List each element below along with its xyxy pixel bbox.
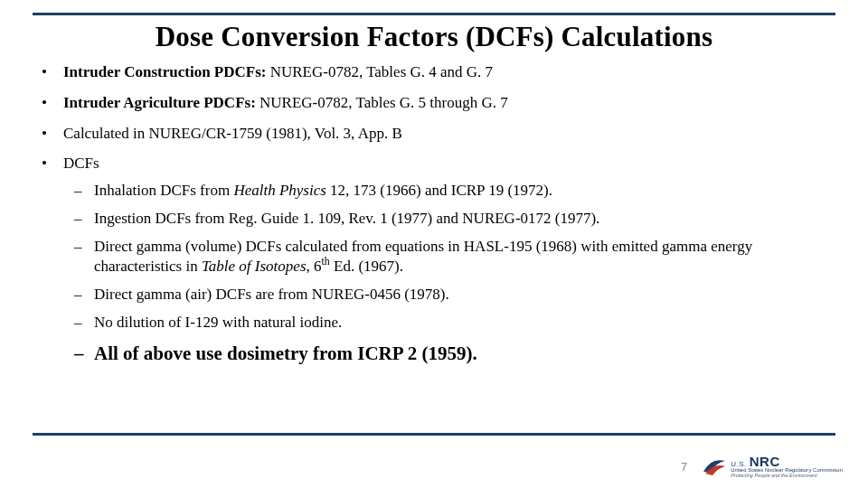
bullet-text: Calculated in NUREG/CR-1759 (1981), Vol.…	[63, 125, 402, 142]
text: All of above use dosimetry from ICRP 2 (…	[94, 343, 477, 364]
nrc-logo: U.S. NRC United States Nuclear Regulator…	[702, 454, 843, 479]
sub-bullet-list: Inhalation DCFs from Health Physics 12, …	[63, 181, 835, 366]
sub-bullet-item: Direct gamma (air) DCFs are from NUREG-0…	[74, 285, 835, 305]
sub-bullet-item-final: All of above use dosimetry from ICRP 2 (…	[74, 342, 835, 366]
text-italic: Health Physics	[233, 182, 326, 199]
bullet-item: Intruder Agriculture PDCFs: NUREG-0782, …	[42, 93, 835, 113]
text-superscript: th	[322, 256, 330, 268]
page-number: 7	[681, 460, 687, 474]
logo-main: U.S. NRC	[731, 455, 843, 468]
bullet-text: DCFs	[63, 155, 99, 172]
logo-subtitle-2: Protecting People and the Environment	[731, 474, 843, 479]
eagle-icon	[702, 454, 727, 479]
bullet-list: Intruder Construction PDCFs: NUREG-0782,…	[33, 62, 835, 366]
text: 12, 173 (1966) and ICRP 19 (1972).	[326, 182, 552, 199]
bottom-rule	[33, 433, 835, 436]
bullet-text: NUREG-0782, Tables G. 4 and G. 7	[266, 63, 493, 80]
bullet-item: Calculated in NUREG/CR-1759 (1981), Vol.…	[42, 124, 835, 144]
slide-title: Dose Conversion Factors (DCFs) Calculati…	[33, 21, 835, 53]
text: Inhalation DCFs from	[94, 182, 233, 199]
text: No dilution of I-129 with natural iodine…	[94, 314, 342, 331]
bullet-item: DCFs Inhalation DCFs from Health Physics…	[42, 154, 835, 366]
logo-nrc: NRC	[750, 455, 780, 468]
sub-bullet-item: Inhalation DCFs from Health Physics 12, …	[74, 181, 835, 201]
footer: 7 U.S. NRC United States Nuclear Regulat…	[681, 454, 843, 479]
text: Ed. (1967).	[330, 258, 403, 275]
bullet-text: NUREG-0782, Tables G. 5 through G. 7	[256, 94, 508, 111]
sub-bullet-item: No dilution of I-129 with natural iodine…	[74, 313, 835, 333]
text: , 6	[307, 258, 322, 275]
text: Direct gamma (air) DCFs are from NUREG-0…	[94, 286, 449, 303]
bullet-item: Intruder Construction PDCFs: NUREG-0782,…	[42, 62, 835, 82]
text: Direct gamma (volume) DCFs calculated fr…	[94, 238, 752, 275]
sub-bullet-item: Ingestion DCFs from Reg. Guide 1. 109, R…	[74, 209, 835, 229]
sub-bullet-item: Direct gamma (volume) DCFs calculated fr…	[74, 237, 835, 277]
logo-text: U.S. NRC United States Nuclear Regulator…	[731, 455, 843, 478]
bullet-label: Intruder Agriculture PDCFs:	[63, 94, 256, 111]
slide: Dose Conversion Factors (DCFs) Calculati…	[0, 0, 868, 488]
top-rule	[33, 13, 835, 15]
text-italic: Table of Isotopes	[202, 258, 307, 275]
text: Ingestion DCFs from Reg. Guide 1. 109, R…	[94, 210, 599, 227]
bullet-label: Intruder Construction PDCFs:	[63, 63, 266, 80]
